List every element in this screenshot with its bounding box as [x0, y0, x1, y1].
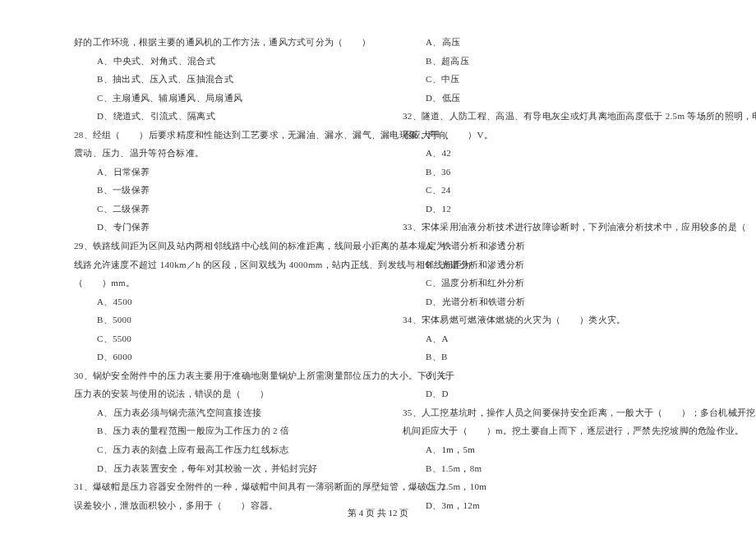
question-29-cont: 线路允许速度不超过 140km／h 的区段，区间双线为 4000mm，站内正线、… [74, 255, 370, 274]
q27-option-c: C、主扇通风、辅扇通风、局扇通风 [74, 89, 370, 108]
page-content: 好的工作环境，根据主要的通风机的工作方法，通风方式可分为（ ） A、中央式、对角… [0, 0, 756, 534]
question-33: 33、宋体采用油液分析技术进行故障诊断时，下列油液分析技术中，应用较多的是（ ） [403, 218, 698, 237]
question-32-cont: 不应大于（ ）V。 [403, 126, 698, 145]
question-30-cont: 压力表的安装与使用的说法，错误的是（ ） [74, 384, 370, 403]
q34-option-d: D、D [403, 384, 698, 403]
q30-option-c: C、压力表的刻盘上应有最高工作压力红线标志 [74, 440, 370, 459]
q35-option-c: C、2.5m，10m [403, 477, 698, 496]
question-28: 28、经组（ ）后要求精度和性能达到工艺要求，无漏油、漏水、漏气、漏电现象，声响… [74, 126, 370, 145]
q32-option-b: B、36 [403, 163, 698, 182]
question-27-cont: 好的工作环境，根据主要的通风机的工作方法，通风方式可分为（ ） [74, 33, 370, 52]
question-35-cont: 机间距应大于（ ）m。挖土要自上而下，逐层进行，严禁先挖坡脚的危险作业。 [403, 421, 698, 440]
q34-option-c: C、C [403, 366, 698, 385]
q34-option-a: A、A [403, 329, 698, 348]
page-footer: 第 4 页 共 12 页 [0, 507, 756, 519]
q32-option-d: D、12 [403, 200, 698, 219]
q31-option-a: A、高压 [403, 33, 698, 52]
question-35: 35、人工挖基坑时，操作人员之间要保持安全距离，一般大于（ ）；多台机械开挖，挖… [403, 403, 698, 422]
q27-option-d: D、绕道式、引流式、隔离式 [74, 107, 370, 126]
q30-option-d: D、压力表装置安全，每年对其校验一次，并铅封完好 [74, 459, 370, 478]
q29-option-d: D、6000 [74, 348, 370, 366]
q32-option-c: C、24 [403, 181, 698, 200]
q31-option-c: C、中压 [403, 70, 698, 89]
q33-option-b: B、光谱分析和渗透分析 [403, 255, 698, 274]
q33-option-c: C、温度分析和红外分析 [403, 274, 698, 292]
q29-option-b: B、5000 [74, 311, 370, 329]
q35-option-b: B、1.5m，8m [403, 459, 698, 478]
question-29: 29、铁路线间距为区间及站内两相邻线路中心线间的标准距离，线间最小距离的基本规定… [74, 237, 370, 255]
q28-option-b: B、一级保养 [74, 181, 370, 200]
left-column: 好的工作环境，根据主要的通风机的工作方法，通风方式可分为（ ） A、中央式、对角… [74, 33, 370, 514]
q31-option-d: D、低压 [403, 89, 698, 108]
q33-option-a: A、铁谱分析和渗透分析 [403, 237, 698, 255]
q31-option-b: B、超高压 [403, 52, 698, 71]
q29-option-c: C、5500 [74, 329, 370, 348]
q29-option-a: A、4500 [74, 292, 370, 311]
question-34: 34、宋体易燃可燃液体燃烧的火灾为（ ）类火灾。 [403, 311, 698, 329]
q33-option-d: D、光谱分析和铁谱分析 [403, 292, 698, 311]
q28-option-d: D、专门保养 [74, 218, 370, 237]
question-32: 32、隧道、人防工程、高温、有导电灰尘或灯具离地面高度低于 2.5m 等场所的照… [403, 107, 698, 126]
question-30: 30、锅炉安全附件中的压力表主要用于准确地测量锅炉上所需测量部位压力的大小。下列… [74, 366, 370, 385]
question-28-cont: 震动、压力、温升等符合标准。 [74, 144, 370, 163]
q32-option-a: A、42 [403, 144, 698, 163]
q34-option-b: B、B [403, 348, 698, 366]
q27-option-b: B、抽出式、压入式、压抽混合式 [74, 70, 370, 89]
question-31: 31、爆破帽是压力容器安全附件的一种，爆破帽中间具有一薄弱断面的厚壁短管，爆破压… [74, 477, 370, 496]
q27-option-a: A、中央式、对角式、混合式 [74, 52, 370, 71]
q30-option-b: B、压力表的量程范围一般应为工作压力的 2 倍 [74, 421, 370, 440]
right-column: A、高压 B、超高压 C、中压 D、低压 32、隧道、人防工程、高温、有导电灰尘… [403, 33, 698, 514]
q30-option-a: A、压力表必须与锅壳蒸汽空间直接连接 [74, 403, 370, 422]
q35-option-a: A、1m，5m [403, 440, 698, 459]
q28-option-c: C、二级保养 [74, 200, 370, 219]
question-29-cont2: （ ）mm。 [74, 274, 370, 292]
q28-option-a: A、日常保养 [74, 163, 370, 182]
